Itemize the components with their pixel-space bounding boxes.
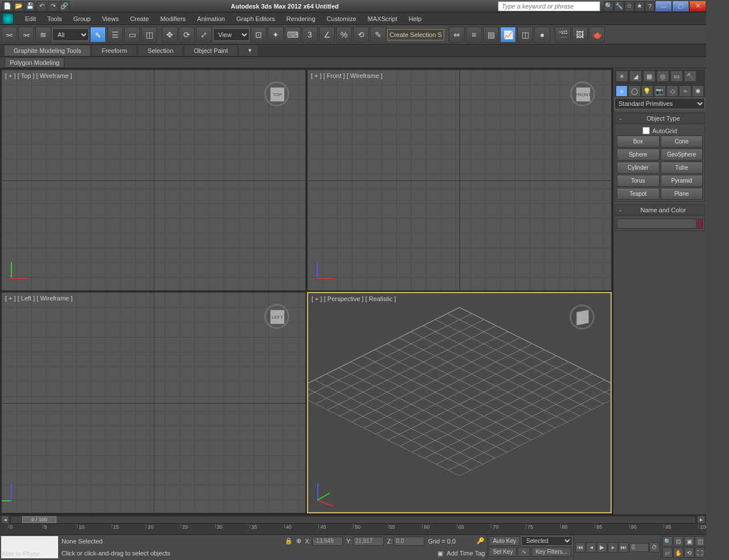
select-tool-icon[interactable]: ⬉ <box>90 27 106 43</box>
next-frame-icon[interactable]: ▸ <box>608 542 618 553</box>
menu-animation[interactable]: Animation <box>191 14 231 24</box>
teapot-button[interactable]: Teapot <box>617 188 660 200</box>
close-button[interactable]: ✕ <box>689 1 706 12</box>
object-name-input[interactable] <box>617 219 697 229</box>
pan-icon[interactable]: ✋ <box>673 547 683 558</box>
zoom-extents-all-icon[interactable]: ◫ <box>695 536 705 546</box>
search-input[interactable] <box>502 3 596 10</box>
open-icon[interactable]: 📂 <box>14 1 24 11</box>
help-icon[interactable]: ? <box>645 1 655 11</box>
edit-named-icon[interactable]: ✎ <box>370 27 386 43</box>
angle-snap-icon[interactable]: ∠ <box>319 27 335 43</box>
name-color-rollout[interactable]: -Name and Color <box>615 204 705 216</box>
wrench-icon[interactable]: 🔧 <box>614 1 624 11</box>
star-icon[interactable]: ☆ <box>624 1 634 11</box>
menu-graph-editors[interactable]: Graph Editors <box>231 14 281 24</box>
tab-object-paint[interactable]: Object Paint <box>185 46 237 56</box>
y-coord-input[interactable] <box>353 537 384 546</box>
time-slider-handle[interactable]: 0 / 100 <box>22 516 56 523</box>
layers-icon[interactable]: ▤ <box>483 27 499 43</box>
polygon-modeling-tab[interactable]: Polygon Modeling <box>5 57 64 68</box>
align-icon[interactable]: ≡ <box>466 27 482 43</box>
curve-editor-icon[interactable]: 📈 <box>500 27 516 43</box>
autogrid-checkbox[interactable] <box>642 127 650 134</box>
rectangle-select-icon[interactable]: ▭ <box>124 27 140 43</box>
percent-snap-icon[interactable]: % <box>336 27 352 43</box>
shapes-tab-icon[interactable]: ◯ <box>628 85 640 97</box>
viewport-front-label[interactable]: [ + ] [ Front ] [ Wireframe ] <box>311 72 383 79</box>
key-filters-button[interactable]: Key Filters... <box>531 547 571 557</box>
prev-frame-icon[interactable]: ◂ <box>586 542 596 553</box>
viewport-left[interactable]: [ + ] [ Left ] [ Wireframe ] LEFT <box>1 292 306 513</box>
manipulate-icon[interactable]: ✦ <box>268 27 284 43</box>
light-icon[interactable]: ☀ <box>616 71 628 82</box>
redo-icon[interactable]: ↷ <box>48 1 58 11</box>
menu-group[interactable]: Group <box>68 14 97 24</box>
hierarchy-icon[interactable]: ▦ <box>643 71 656 82</box>
maximize-viewport-icon[interactable]: ⛶ <box>695 547 705 558</box>
helpers-tab-icon[interactable]: ◇ <box>666 85 678 97</box>
favorite-icon[interactable]: ★ <box>634 1 645 11</box>
menu-views[interactable]: Views <box>96 14 124 24</box>
cone-button[interactable]: Cone <box>661 135 703 147</box>
time-config-icon[interactable]: ⏱ <box>649 542 660 553</box>
plane-icon[interactable]: ◢ <box>629 71 642 82</box>
auto-key-button[interactable]: Auto Key <box>489 536 520 546</box>
display-icon[interactable]: ▭ <box>670 71 683 82</box>
menu-maxscript[interactable]: MAXScript <box>362 14 403 24</box>
plane-button[interactable]: Plane <box>661 188 703 200</box>
menu-help[interactable]: Help <box>403 14 428 24</box>
zoom-icon[interactable]: 🔍 <box>662 536 673 546</box>
viewport-top-label[interactable]: [ + ] [ Top ] [ Wireframe ] <box>5 72 72 79</box>
tab-selection[interactable]: Selection <box>138 46 182 56</box>
menu-modifiers[interactable]: Modifiers <box>154 14 191 24</box>
timeline-next-icon[interactable]: ▸ <box>697 516 705 524</box>
undo-icon[interactable]: ↶ <box>36 1 47 11</box>
viewport-left-label[interactable]: [ + ] [ Left ] [ Wireframe ] <box>5 295 72 302</box>
maximize-button[interactable]: ▢ <box>672 1 689 12</box>
sphere-button[interactable]: Sphere <box>617 149 660 160</box>
render-setup-icon[interactable]: 🎬 <box>555 27 571 43</box>
select-link-icon[interactable]: ⫘ <box>1 27 17 43</box>
tab-freeform[interactable]: Freeform <box>92 46 136 56</box>
z-coord-input[interactable] <box>394 537 424 546</box>
viewcube-left[interactable]: LEFT <box>260 299 294 333</box>
torus-button[interactable]: Torus <box>617 175 660 187</box>
spacewarps-tab-icon[interactable]: ≈ <box>679 85 691 97</box>
pivot-icon[interactable]: ⊡ <box>251 27 267 43</box>
menu-create[interactable]: Create <box>124 14 154 24</box>
viewport-front[interactable]: [ + ] [ Front ] [ Wireframe ] FRONT <box>307 69 612 291</box>
fov-icon[interactable]: ▱ <box>662 547 673 558</box>
ribbon-dropdown-icon[interactable]: ▾ <box>239 45 257 56</box>
render-icon[interactable]: 🫖 <box>589 27 605 43</box>
x-coord-input[interactable] <box>312 537 343 546</box>
time-tag-icon[interactable]: ▣ <box>437 550 443 557</box>
systems-tab-icon[interactable]: ✱ <box>692 85 704 97</box>
zoom-extents-icon[interactable]: ▣ <box>684 536 694 546</box>
lock-icon[interactable]: 🔒 <box>285 537 293 545</box>
viewport-top[interactable]: [ + ] [ Top ] [ Wireframe ] TOP <box>1 69 306 291</box>
tube-button[interactable]: Tube <box>661 162 703 174</box>
maxscript-listener[interactable]: Max to Physc. <box>1 536 58 558</box>
object-color-swatch[interactable] <box>698 219 703 229</box>
box-button[interactable]: Box <box>617 135 660 147</box>
viewcube-persp[interactable] <box>565 300 599 334</box>
orbit-icon[interactable]: ⟲ <box>684 547 694 558</box>
keyboard-icon[interactable]: ⌨ <box>285 27 301 43</box>
time-ruler[interactable]: 0510152025303540455055606570758085909510… <box>0 524 706 534</box>
geosphere-button[interactable]: GeoSphere <box>661 149 703 160</box>
material-editor-icon[interactable]: ● <box>534 27 550 43</box>
coord-mode-icon[interactable]: ⊕ <box>296 537 301 545</box>
goto-end-icon[interactable]: ⏭ <box>619 542 629 553</box>
lights-tab-icon[interactable]: 💡 <box>641 85 653 97</box>
link-icon[interactable]: 🔗 <box>59 1 69 11</box>
menu-edit[interactable]: Edit <box>19 14 42 24</box>
menu-rendering[interactable]: Rendering <box>281 14 321 24</box>
current-frame-input[interactable] <box>629 543 649 552</box>
named-selection-input[interactable] <box>387 29 444 40</box>
utilities-icon[interactable]: 🔨 <box>684 71 697 82</box>
viewcube-top[interactable]: TOP <box>260 77 294 111</box>
spinner-snap-icon[interactable]: ⟲ <box>353 27 369 43</box>
new-icon[interactable]: 📄 <box>2 1 13 11</box>
schematic-icon[interactable]: ◫ <box>517 27 533 43</box>
